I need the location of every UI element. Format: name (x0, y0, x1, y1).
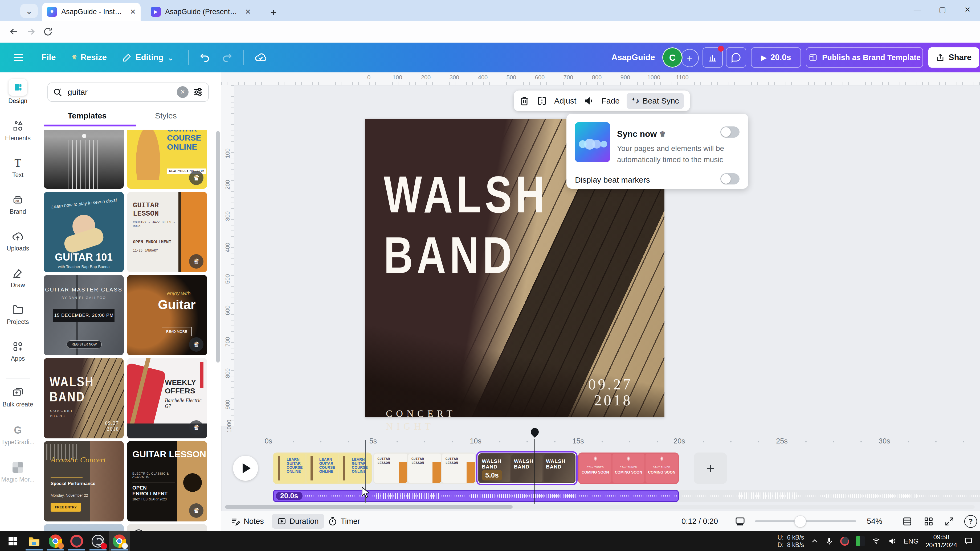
tray-app-icon[interactable] (838, 535, 851, 547)
timeline-clip-4[interactable]: STAY TUNEDCOMING SOON STAY TUNEDCOMING S… (578, 453, 679, 484)
template-thumbnail[interactable]: WEEKLY OFFERS Barchelle Electric G7 ♛ (127, 358, 207, 438)
template-thumbnail[interactable] (44, 130, 124, 189)
grid-view-icon[interactable] (923, 511, 934, 531)
add-member-button[interactable]: + (681, 49, 699, 67)
microphone-icon[interactable] (825, 537, 833, 546)
sidebar-item-magic-morph[interactable]: Magic Mor... (0, 460, 36, 483)
template-thumbnail[interactable]: LEARN GUITAR COURSE ONLINE REALLYGREATSI… (127, 130, 207, 189)
publish-brand-template-button[interactable]: Publish as Brand Template (806, 48, 923, 68)
search-clear-icon[interactable]: ✕ (177, 86, 189, 98)
file-explorer-icon[interactable] (24, 531, 45, 551)
editing-mode-menu[interactable]: Editing ⌄ (122, 53, 174, 62)
tab-search-button[interactable]: ⌄ (20, 4, 38, 18)
display-beat-markers-toggle[interactable] (720, 173, 740, 184)
sidebar-item-brand[interactable]: co Brand (0, 193, 36, 215)
zoom-slider-thumb[interactable] (794, 516, 806, 527)
split-icon[interactable] (536, 95, 547, 106)
fade-button[interactable]: Fade (601, 96, 619, 105)
timer-button[interactable]: Timer (328, 511, 360, 531)
window-maximize-button[interactable]: ▢ (930, 0, 955, 19)
fullscreen-icon[interactable] (944, 511, 955, 531)
chrome-profile2-icon-active[interactable] (109, 531, 130, 551)
search-box[interactable]: ✕ (48, 83, 209, 102)
canvas-title[interactable]: WALSHBAND (384, 164, 549, 285)
wifi-icon[interactable] (872, 537, 881, 545)
template-thumbnail[interactable]: CLEARANCE (127, 524, 207, 531)
template-thumbnail[interactable]: Acoustic Concert Special Performance Mon… (44, 441, 124, 521)
tab-close-icon[interactable]: ✕ (240, 8, 251, 16)
browser-tab-inactive[interactable]: ▶ AsapGuide (Presentation) - You ✕ (146, 3, 256, 21)
sidebar-item-apps[interactable]: Apps (0, 340, 36, 362)
canvas-date[interactable]: 09.272018 (588, 376, 632, 408)
audio-track-untrimmed[interactable] (679, 490, 980, 502)
main-menu-icon[interactable] (13, 52, 24, 64)
clock[interactable]: 09:58 20/11/2024 (926, 533, 957, 549)
tray-app2-icon[interactable] (856, 536, 865, 546)
volume-icon[interactable] (583, 95, 594, 106)
sidebar-item-typegradient[interactable]: G TypeGradi... (0, 423, 36, 446)
audio-track[interactable]: 20.0s (273, 490, 679, 502)
start-button[interactable] (2, 531, 24, 551)
duration-button[interactable]: Duration (272, 514, 324, 529)
comments-button[interactable] (726, 48, 746, 68)
redo-icon[interactable] (221, 52, 232, 64)
notes-button[interactable]: Notes (231, 511, 264, 531)
timeline-play-button[interactable] (233, 456, 258, 481)
adjust-button[interactable]: Adjust (554, 96, 576, 105)
language-indicator[interactable]: ENG (904, 537, 918, 545)
file-menu[interactable]: File (41, 53, 56, 62)
notification-center-icon[interactable] (964, 537, 973, 546)
sidebar-item-text[interactable]: T Text (0, 156, 36, 179)
help-button[interactable]: ? (964, 511, 977, 531)
pages-view-icon[interactable] (902, 511, 913, 531)
sidebar-item-design[interactable]: Design (0, 79, 36, 105)
insights-button[interactable] (703, 48, 723, 68)
undo-icon[interactable] (199, 52, 211, 64)
volume-icon[interactable] (888, 537, 897, 545)
sidebar-item-bulk-create[interactable]: Bulk create (0, 386, 36, 408)
window-minimize-button[interactable]: — (905, 0, 930, 19)
resize-menu[interactable]: ♛ Resize (71, 53, 107, 62)
template-thumbnail[interactable]: Learn how to play in seven days! GUITAR … (44, 192, 124, 272)
reload-icon[interactable] (40, 23, 56, 40)
share-button[interactable]: Share (928, 48, 979, 68)
tray-chevron-up-icon[interactable] (811, 537, 818, 545)
obs-icon[interactable] (88, 531, 109, 551)
timeline-view-icon[interactable] (735, 511, 745, 531)
sidebar-item-draw[interactable]: Draw (0, 266, 36, 289)
delete-icon[interactable] (519, 95, 530, 106)
playhead-marker[interactable] (529, 426, 540, 438)
timeline-clip-3-selected[interactable]: WALSH BAND WALSH BAND WALSH BAND 5.0s (477, 453, 576, 484)
preview-play-button[interactable]: ▶ 20.0s (751, 48, 801, 68)
template-thumbnail[interactable]: WALSH BAND CONCERT NIGHT 09.27 2018 (44, 358, 124, 438)
beat-sync-button[interactable]: ✦♪ Beat Sync (627, 93, 684, 109)
window-close-button[interactable]: ✕ (955, 0, 980, 19)
browser-tab-active[interactable]: ♥ AsapGuide - Instagram Post ✕ (42, 3, 141, 21)
tab-close-icon[interactable]: ✕ (125, 8, 136, 16)
search-input[interactable] (67, 87, 173, 97)
account-avatar[interactable]: C (662, 48, 682, 68)
tab-styles[interactable]: Styles (155, 111, 177, 120)
template-thumbnail[interactable]: GUITAR LESSON ELECTRIC, CLASSIC & ACOUST… (127, 441, 207, 521)
sidebar-item-elements[interactable]: Elements (0, 119, 36, 142)
sidebar-item-projects[interactable]: Projects (0, 303, 36, 326)
template-thumbnail[interactable] (44, 524, 124, 531)
timeline-clip-1[interactable]: LEARN GUITAR COURSE ONLINE LEARN GUITAR … (273, 453, 372, 484)
back-icon[interactable] (5, 23, 22, 40)
forward-icon[interactable] (22, 23, 40, 40)
sidebar-item-uploads[interactable]: Uploads (0, 229, 36, 252)
timeline-clip-2[interactable]: GUITAR LESSON GUITAR LESSON GUITAR LESSO… (373, 453, 476, 484)
new-tab-button[interactable]: + (266, 5, 281, 20)
template-thumbnail[interactable]: enjoy with Guitar READ MORE ♛ (127, 275, 207, 355)
tab-templates[interactable]: Templates (68, 111, 107, 120)
network-speed-indicator[interactable]: U: 6 kB/s D: 8 kB/s (778, 534, 804, 549)
add-page-button[interactable]: + (694, 453, 727, 484)
timeline-scrollbar-thumb[interactable] (225, 505, 513, 509)
canvas-subtitle[interactable]: CONCERTNIGHT (386, 407, 456, 433)
template-thumbnail[interactable]: GUITAR MASTER CLASS BY DANIEL GALLEGO 15… (44, 275, 124, 355)
chrome-profile1-icon[interactable] (45, 531, 66, 551)
sync-now-toggle[interactable] (720, 126, 740, 138)
recorder-app-icon[interactable] (66, 531, 88, 551)
panel-scrollbar[interactable] (216, 131, 220, 362)
filter-icon[interactable] (193, 87, 204, 97)
